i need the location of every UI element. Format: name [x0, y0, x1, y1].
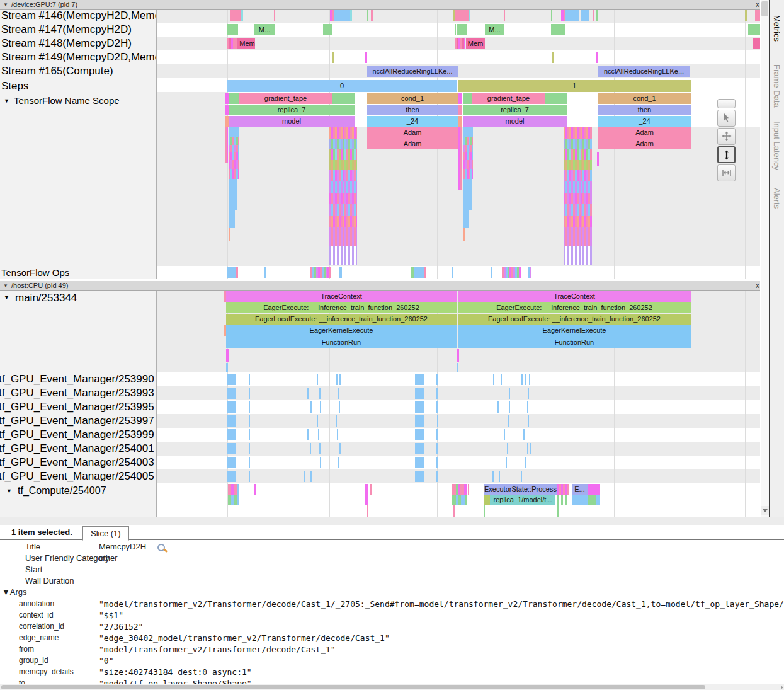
trace-event[interactable]	[528, 388, 529, 399]
trace-event[interactable]: M...	[254, 24, 275, 35]
trace-event[interactable]	[564, 160, 592, 170]
trace-event[interactable]	[318, 429, 319, 440]
trace-event[interactable]	[597, 152, 599, 166]
trace-event[interactable]	[463, 152, 473, 160]
trace-event[interactable]	[564, 149, 592, 160]
trace-event[interactable]	[527, 401, 528, 413]
trace-event[interactable]	[551, 10, 552, 21]
trace-event[interactable]	[319, 443, 321, 454]
timing-tool-button[interactable]	[717, 164, 736, 181]
trace-event[interactable]	[310, 471, 312, 482]
trace-event[interactable]: Mem	[466, 38, 485, 49]
trace-event[interactable]	[455, 10, 469, 21]
trace-event[interactable]	[564, 139, 592, 149]
trace-event[interactable]: replica_1/model/t...	[490, 495, 555, 505]
trace-event[interactable]	[463, 160, 473, 169]
sidebar-tab-metrics[interactable]: Metrics	[772, 15, 781, 42]
trace-event[interactable]	[436, 457, 438, 468]
collapse-arrow-icon[interactable]: ▼	[4, 98, 9, 104]
trace-event[interactable]	[564, 204, 592, 216]
trace-event[interactable]	[557, 495, 569, 505]
trace-event[interactable]	[529, 374, 530, 385]
trace-event[interactable]: Mem	[239, 38, 255, 49]
trace-event[interactable]	[748, 24, 760, 35]
trace-event[interactable]	[227, 471, 236, 482]
trace-event[interactable]	[463, 179, 472, 210]
trace-event[interactable]	[350, 10, 352, 21]
trace-event[interactable]: replica_7	[229, 105, 355, 115]
trace-event[interactable]	[564, 193, 592, 204]
trace-event[interactable]	[458, 105, 462, 115]
trace-event[interactable]	[334, 10, 350, 21]
trace-event[interactable]	[229, 93, 239, 104]
trace-event[interactable]	[237, 484, 239, 495]
trace-event[interactable]	[338, 388, 339, 399]
trace-event[interactable]	[339, 374, 341, 385]
trace-event[interactable]	[371, 10, 373, 21]
trace-event[interactable]	[452, 267, 453, 278]
trace-event[interactable]	[528, 415, 529, 427]
trace-event[interactable]	[229, 137, 239, 145]
trace-event[interactable]	[329, 170, 357, 181]
trace-event[interactable]: E...	[572, 484, 588, 495]
trace-event[interactable]	[528, 267, 531, 278]
trace-event[interactable]	[588, 484, 600, 495]
trace-event[interactable]	[227, 457, 236, 468]
trace-event[interactable]	[469, 10, 470, 21]
trace-event[interactable]: Adam	[367, 138, 458, 149]
trace-event[interactable]: then	[598, 105, 691, 115]
trace-event[interactable]: _24	[367, 116, 458, 127]
trace-event[interactable]: 1	[458, 80, 691, 92]
trace-event[interactable]	[307, 388, 309, 399]
args-collapser[interactable]: ▼Args	[2, 587, 27, 597]
trace-event[interactable]: EagerKernelExecute	[226, 325, 457, 336]
gpu-track-label[interactable]: TensorFlow Name Scope	[14, 95, 120, 106]
trace-event[interactable]	[336, 374, 338, 385]
collapse-arrow-icon[interactable]: ▼	[3, 281, 8, 290]
trace-event[interactable]	[227, 24, 229, 35]
trace-event[interactable]	[415, 401, 424, 413]
trace-event[interactable]	[581, 10, 589, 21]
trace-event[interactable]	[753, 38, 760, 49]
trace-event[interactable]	[227, 443, 236, 454]
trace-event[interactable]	[509, 388, 510, 399]
trace-event[interactable]	[229, 152, 239, 160]
trace-event[interactable]	[504, 429, 505, 440]
trace-event[interactable]	[552, 52, 554, 63]
host-track-label[interactable]: main/253344	[15, 292, 77, 304]
collapse-arrow-icon[interactable]: ▼	[4, 294, 9, 301]
trace-event[interactable]	[436, 443, 438, 454]
trace-event[interactable]	[415, 388, 424, 399]
trace-event[interactable]	[367, 505, 368, 517]
trace-event[interactable]	[415, 471, 424, 482]
vertical-scrollbar[interactable]	[761, 0, 770, 517]
trace-event[interactable]	[320, 457, 321, 468]
trace-event[interactable]: EagerLocalExecute: __inference_train_fun…	[458, 314, 691, 325]
trace-event[interactable]: 0	[227, 80, 457, 92]
trace-event[interactable]	[564, 246, 592, 265]
trace-event[interactable]	[329, 127, 357, 139]
trace-event[interactable]	[365, 495, 368, 505]
trace-event[interactable]	[249, 443, 250, 454]
trace-event[interactable]	[596, 52, 598, 63]
trace-event[interactable]	[484, 505, 485, 517]
scroll-right-arrow-icon[interactable]	[781, 686, 783, 689]
trace-event[interactable]	[564, 181, 592, 193]
trace-event[interactable]	[227, 374, 236, 385]
trace-event[interactable]	[230, 10, 241, 21]
trace-event[interactable]: model	[463, 116, 567, 127]
trace-event[interactable]	[304, 471, 305, 482]
trace-event[interactable]	[249, 374, 250, 385]
trace-event[interactable]	[415, 443, 424, 454]
trace-event[interactable]: then	[367, 105, 458, 115]
trace-event[interactable]	[436, 388, 438, 399]
trace-event[interactable]: gradient_tape	[472, 93, 545, 104]
trace-event[interactable]	[229, 179, 237, 210]
trace-event[interactable]: cond_1	[598, 93, 691, 104]
trace-event[interactable]	[237, 495, 239, 505]
trace-event[interactable]	[329, 227, 357, 246]
trace-event[interactable]	[521, 374, 523, 385]
trace-event[interactable]: EagerExecute: __inference_train_function…	[226, 302, 457, 313]
trace-event[interactable]	[249, 388, 250, 399]
trace-event[interactable]	[530, 443, 531, 454]
